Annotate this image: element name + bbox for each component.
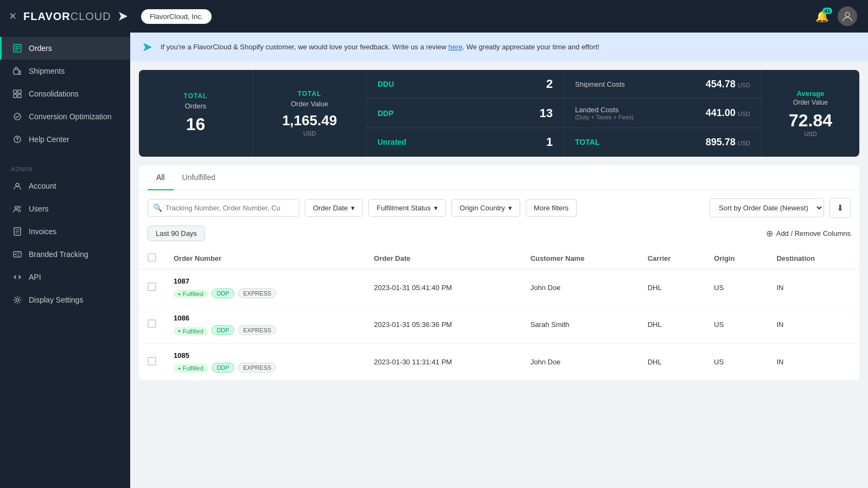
- sort-select[interactable]: Sort by Order Date (Newest): [710, 198, 824, 217]
- sidebar-item-label: Users: [29, 204, 49, 213]
- landed-costs-sublabel: (Duty + Taxes + Fees): [575, 114, 634, 120]
- sidebar-item-users[interactable]: Users: [0, 197, 130, 220]
- order-number-cell: 1085 Fulfilled DDP EXPRESS: [165, 343, 365, 381]
- customer-name-cell: John Doe: [522, 343, 639, 381]
- avg-label: Average: [797, 89, 825, 98]
- avg-order-value-card: Average Order Value 72.84 USD: [762, 70, 859, 157]
- sidebar-item-consolidations[interactable]: Consolidations: [0, 82, 130, 105]
- sidebar-item-invoices[interactable]: Invoices: [0, 220, 130, 243]
- carrier-cell: DHL: [639, 306, 705, 344]
- flavorcloud-logo-icon: [116, 9, 131, 24]
- svg-point-12: [18, 206, 21, 208]
- destination-cell: IN: [768, 306, 859, 344]
- topbar: FlavorCloud, Inc. 🔔 41: [130, 0, 868, 33]
- search-wrapper: 🔍: [148, 199, 299, 217]
- avg-sublabel: Order Value: [793, 99, 828, 106]
- more-filters-button[interactable]: More filters: [526, 199, 577, 217]
- origin-cell: US: [705, 343, 768, 381]
- help-icon: [12, 134, 22, 144]
- total-costs-amount: 895.78 USD: [706, 137, 750, 148]
- svg-marker-18: [143, 43, 152, 52]
- search-icon: 🔍: [153, 203, 162, 212]
- landed-costs-label: Landed Costs: [575, 106, 634, 114]
- date-row: Last 90 Days ⊕ Add / Remove Columns: [139, 226, 859, 248]
- col-order-date: Order Date: [365, 248, 521, 269]
- search-input[interactable]: [148, 199, 299, 217]
- chevron-down-icon: ▾: [508, 204, 512, 212]
- user-avatar[interactable]: [838, 7, 857, 26]
- notifications-button[interactable]: 🔔 41: [815, 10, 829, 23]
- feedback-banner: If you're a FlavorCloud & Shopify custom…: [130, 33, 868, 61]
- row-checkbox[interactable]: [148, 282, 156, 291]
- orders-tabs: All Unfulfilled: [139, 165, 859, 190]
- total-orders-label: TOTAL: [184, 92, 208, 100]
- close-button[interactable]: ✕: [9, 10, 17, 22]
- sidebar: ✕ FLAVORcloud Orders: [0, 0, 130, 488]
- notification-count-badge: 41: [822, 8, 832, 14]
- sidebar-item-label: Orders: [29, 44, 52, 53]
- invoices-icon: [12, 227, 22, 236]
- order-date-cell: 2023-01-31 05:41:40 PM: [365, 269, 521, 306]
- order-number-cell: 1087 Fulfilled DDP EXPRESS: [165, 269, 365, 306]
- sidebar-item-display-settings[interactable]: Display Settings: [0, 288, 130, 311]
- main-nav: Orders Shipments Consolidat: [0, 33, 130, 155]
- shipment-costs-amount: 454.78 USD: [706, 79, 750, 90]
- sidebar-item-shipments[interactable]: Shipments: [0, 60, 130, 82]
- sidebar-item-label: Branded Tracking: [29, 250, 88, 259]
- admin-nav: ADMIN Account Users: [0, 155, 130, 316]
- duty-type-tag: DDP: [212, 325, 234, 335]
- row-checkbox[interactable]: [148, 357, 156, 365]
- tab-unfulfilled[interactable]: Unfulfilled: [174, 165, 224, 190]
- order-number-cell: 1086 Fulfilled DDP EXPRESS: [165, 306, 365, 344]
- account-icon: [12, 181, 22, 191]
- total-orders-sublabel: Orders: [185, 102, 207, 110]
- order-id: 1086: [174, 314, 356, 322]
- shipment-costs-row: Shipment Costs 454.78 USD: [564, 70, 761, 99]
- date-range-badge[interactable]: Last 90 Days: [148, 226, 205, 241]
- origin-country-filter[interactable]: Origin Country ▾: [451, 199, 520, 217]
- content-area: If you're a FlavorCloud & Shopify custom…: [130, 33, 868, 488]
- total-value-sublabel: Order Value: [291, 100, 328, 108]
- sidebar-item-conversion-optimization[interactable]: Conversion Optimization: [0, 105, 130, 128]
- download-button[interactable]: ⬇: [829, 198, 851, 218]
- download-icon: ⬇: [837, 203, 844, 213]
- main-content: FlavorCloud, Inc. 🔔 41 If y: [130, 0, 868, 488]
- order-tags: Fulfilled DDP EXPRESS: [174, 288, 356, 299]
- sidebar-item-orders[interactable]: Orders: [0, 37, 130, 60]
- sidebar-item-label: Conversion Optimization: [29, 112, 112, 121]
- col-destination: Destination: [768, 248, 859, 269]
- destination-cell: IN: [768, 343, 859, 381]
- avg-currency: USD: [804, 131, 816, 137]
- total-orders-value: 16: [186, 114, 206, 134]
- add-remove-columns-button[interactable]: ⊕ Add / Remove Columns: [766, 228, 851, 239]
- carrier-cell: DHL: [639, 343, 705, 381]
- tab-all[interactable]: All: [148, 165, 174, 190]
- unrated-row: Unrated 1: [367, 128, 564, 157]
- sidebar-item-account[interactable]: Account: [0, 175, 130, 197]
- orders-section: All Unfulfilled 🔍 Order Date ▾ Fulfillme…: [139, 165, 859, 381]
- sidebar-item-label: API: [29, 273, 41, 281]
- total-costs-label: TOTAL: [575, 138, 599, 146]
- admin-label: ADMIN: [0, 159, 130, 175]
- logo-text: FLAVORcloud: [23, 10, 111, 23]
- ddp-row: DDP 13: [367, 99, 564, 128]
- select-all-checkbox[interactable]: [148, 253, 156, 262]
- origin-cell: US: [705, 269, 768, 306]
- logo: FLAVORcloud: [23, 9, 131, 24]
- avg-value: 72.84: [789, 111, 832, 131]
- row-checkbox[interactable]: [148, 319, 156, 328]
- unrated-label: Unrated: [378, 138, 410, 146]
- origin-cell: US: [705, 306, 768, 344]
- svg-rect-2: [14, 69, 19, 74]
- fulfilled-tag: Fulfilled: [174, 290, 208, 298]
- fulfillment-status-filter[interactable]: Fulfillment Status ▾: [368, 199, 446, 217]
- company-badge[interactable]: FlavorCloud, Inc.: [141, 9, 212, 24]
- sidebar-item-branded-tracking[interactable]: Branded Tracking: [0, 243, 130, 266]
- sidebar-item-help-center[interactable]: Help Center: [0, 128, 130, 151]
- order-date-filter[interactable]: Order Date ▾: [305, 199, 363, 217]
- banner-text: If you're a FlavorCloud & Shopify custom…: [161, 43, 599, 51]
- order-tags: Fulfilled DDP EXPRESS: [174, 363, 356, 373]
- banner-link[interactable]: here: [448, 43, 462, 51]
- sidebar-item-api[interactable]: API: [0, 266, 130, 288]
- svg-rect-6: [18, 94, 21, 98]
